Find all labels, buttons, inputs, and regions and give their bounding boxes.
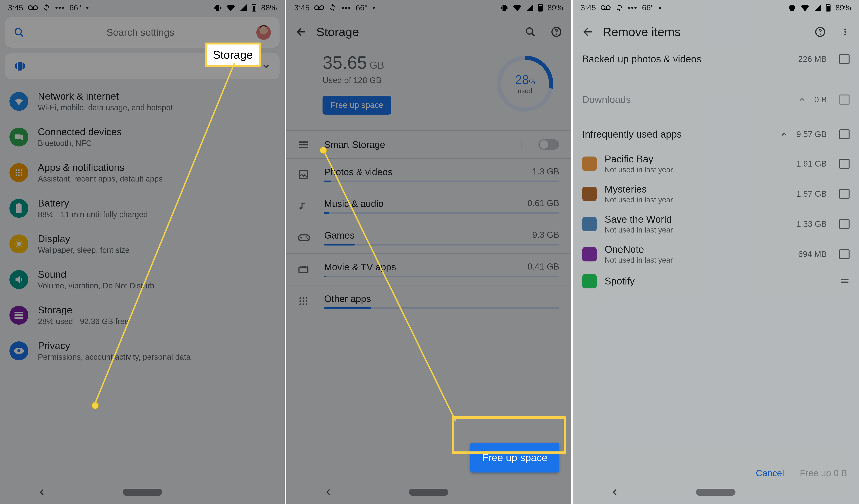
group-label: Infrequently used apps bbox=[582, 129, 772, 140]
app-sub: Not used in last year bbox=[605, 166, 788, 174]
svg-point-9 bbox=[16, 169, 17, 171]
settings-item-apps[interactable]: Apps & notificationsAssistant, recent ap… bbox=[0, 155, 285, 190]
status-battery-pct: 88% bbox=[261, 3, 277, 12]
battery-icon bbox=[10, 199, 28, 218]
settings-item-sound[interactable]: SoundVolume, vibration, Do Not Disturb bbox=[0, 262, 285, 297]
app-icon bbox=[582, 187, 597, 201]
nav-home-pill[interactable] bbox=[696, 489, 736, 496]
app-checkbox[interactable] bbox=[839, 219, 849, 229]
phone-remove-items: 3:45 ••• 66° • 89% Remove items bbox=[573, 0, 859, 504]
remove-group[interactable]: Backed up photos & videos226 MB bbox=[573, 45, 859, 74]
app-checkbox[interactable] bbox=[839, 249, 849, 259]
vibrate-icon bbox=[14, 60, 26, 72]
app-size: 1.33 GB bbox=[796, 219, 827, 229]
svg-point-41 bbox=[300, 207, 302, 209]
account-avatar[interactable] bbox=[256, 25, 271, 40]
svg-point-34 bbox=[556, 33, 557, 35]
svg-rect-39 bbox=[299, 147, 308, 148]
help-icon[interactable] bbox=[551, 27, 562, 37]
chevron-up-icon bbox=[798, 95, 807, 104]
app-name: Spotify bbox=[605, 275, 798, 287]
cancel-button[interactable]: Cancel bbox=[756, 468, 784, 478]
settings-item-devices[interactable]: Connected devicesBluetooth, NFC bbox=[0, 119, 285, 155]
smart-storage-toggle[interactable] bbox=[539, 139, 559, 149]
used-unit: GB bbox=[370, 60, 384, 71]
app-row[interactable]: OneNoteNot used in last year694 MB bbox=[573, 239, 859, 269]
svg-point-14 bbox=[21, 172, 22, 173]
status-bar: 3:45 ••• 66° • 89% bbox=[286, 0, 571, 15]
other-icon bbox=[298, 296, 313, 306]
settings-item-title: Sound bbox=[38, 269, 275, 280]
storage-cat-smart[interactable]: Smart Storage bbox=[286, 131, 571, 159]
used-of: Used of 128 GB bbox=[322, 76, 391, 85]
settings-item-battery[interactable]: Battery88% - 11 min until fully charged bbox=[0, 190, 285, 226]
back-icon[interactable] bbox=[296, 26, 307, 37]
app-icon bbox=[582, 157, 597, 171]
search-icon[interactable] bbox=[525, 27, 536, 37]
svg-point-52 bbox=[300, 303, 301, 305]
smart-icon bbox=[298, 140, 313, 149]
app-name: Save the World bbox=[605, 214, 788, 225]
storage-cat-movie[interactable]: Movie & TV apps0.41 GB bbox=[286, 254, 571, 285]
back-icon[interactable] bbox=[582, 26, 593, 37]
storage-icon bbox=[10, 306, 28, 325]
callout-free-up-space bbox=[452, 416, 566, 454]
storage-cat-other[interactable]: Other apps bbox=[286, 285, 571, 317]
storage-cat-games[interactable]: Games9.3 GB bbox=[286, 222, 571, 254]
svg-point-28 bbox=[320, 6, 324, 10]
free-up-space-button[interactable]: Free up space bbox=[322, 96, 391, 114]
movie-icon bbox=[298, 265, 313, 274]
settings-item-privacy[interactable]: PrivacyPermissions, account activity, pe… bbox=[0, 333, 285, 368]
nav-back-icon[interactable] bbox=[38, 488, 46, 496]
app-row[interactable]: Spotify bbox=[573, 269, 859, 293]
storage-cat-photos[interactable]: Photos & videos1.3 GB bbox=[286, 159, 571, 190]
svg-point-25 bbox=[17, 349, 20, 352]
settings-item-display[interactable]: DisplayWallpaper, sleep, font size bbox=[0, 226, 285, 262]
appbar: Storage bbox=[286, 15, 571, 45]
wifi-icon bbox=[226, 4, 235, 11]
svg-point-10 bbox=[18, 169, 20, 171]
nav-back-icon[interactable] bbox=[325, 488, 333, 496]
more-icon[interactable] bbox=[841, 27, 849, 37]
svg-point-11 bbox=[21, 169, 22, 171]
cat-title: Photos & videos bbox=[324, 167, 392, 177]
svg-rect-22 bbox=[15, 314, 24, 316]
app-size: 694 MB bbox=[798, 249, 827, 259]
remove-group[interactable]: Downloads0 B bbox=[573, 85, 859, 114]
status-time: 3:45 bbox=[294, 3, 310, 12]
status-dot: • bbox=[86, 3, 89, 12]
settings-item-storage[interactable]: Storage28% used - 92.36 GB free bbox=[0, 297, 285, 333]
free-up-button-disabled: Free up 0 B bbox=[800, 468, 847, 478]
storage-summary: 35.65 GB Used of 128 GB Free up space 28… bbox=[286, 45, 571, 130]
settings-list: Network & internetWi-Fi, mobile, data us… bbox=[0, 82, 285, 504]
drag-handle-icon[interactable] bbox=[840, 278, 849, 284]
svg-point-46 bbox=[300, 297, 301, 299]
group-checkbox[interactable] bbox=[839, 54, 849, 64]
appbar-title: Remove items bbox=[603, 25, 805, 39]
nav-home-pill[interactable] bbox=[409, 489, 448, 496]
app-checkbox[interactable] bbox=[839, 159, 849, 169]
cat-title: Music & audio bbox=[324, 198, 383, 209]
help-icon[interactable] bbox=[815, 27, 826, 37]
photos-icon bbox=[298, 169, 313, 180]
app-icon bbox=[582, 274, 597, 288]
status-time: 3:45 bbox=[581, 3, 596, 12]
status-dots: ••• bbox=[55, 3, 65, 12]
svg-rect-30 bbox=[540, 4, 541, 4]
group-checkbox[interactable] bbox=[839, 95, 849, 105]
storage-cat-music[interactable]: Music & audio0.61 GB bbox=[286, 190, 571, 222]
app-row[interactable]: Pacific BayNot used in last year1.61 GB bbox=[573, 148, 859, 179]
storage-bar bbox=[324, 180, 559, 182]
group-checkbox[interactable] bbox=[839, 129, 849, 139]
remove-group[interactable]: Infrequently used apps9.57 GB bbox=[573, 120, 859, 148]
settings-item-wifi[interactable]: Network & internetWi-Fi, mobile, data us… bbox=[0, 83, 285, 119]
app-checkbox[interactable] bbox=[839, 189, 849, 199]
settings-item-subtitle: Bluetooth, NFC bbox=[38, 139, 275, 148]
nav-home-pill[interactable] bbox=[123, 489, 162, 496]
svg-rect-66 bbox=[841, 279, 848, 280]
svg-point-16 bbox=[18, 174, 20, 176]
status-temp: 66° bbox=[642, 3, 654, 12]
nav-back-icon[interactable] bbox=[611, 488, 619, 496]
app-row[interactable]: Save the WorldNot used in last year1.33 … bbox=[573, 209, 859, 239]
app-row[interactable]: MysteriesNot used in last year1.57 GB bbox=[573, 179, 859, 209]
